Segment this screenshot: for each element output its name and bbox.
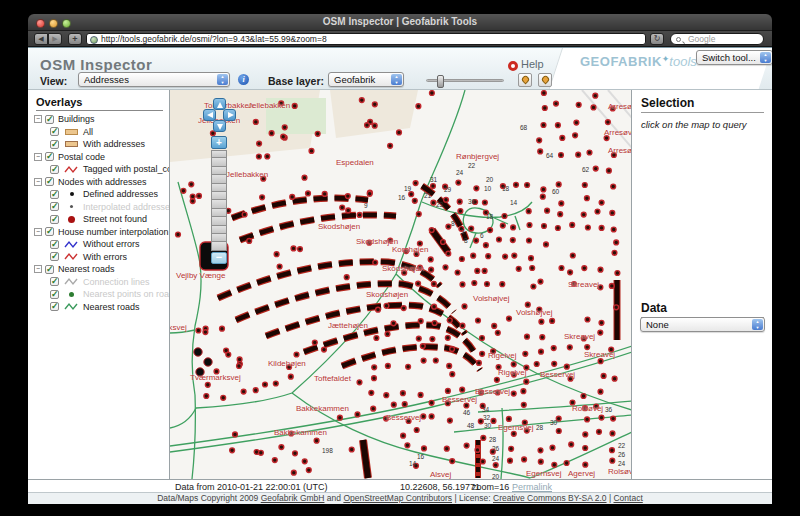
- address-dot[interactable]: [612, 250, 617, 255]
- address-dot[interactable]: [522, 457, 527, 462]
- address-dot[interactable]: [556, 429, 561, 434]
- address-dot[interactable]: [345, 194, 350, 199]
- layer-checkbox[interactable]: [50, 252, 59, 261]
- opacity-slider-handle[interactable]: [437, 75, 444, 88]
- address-dot[interactable]: [372, 102, 377, 107]
- address-dot[interactable]: [385, 332, 390, 337]
- switch-tool-select[interactable]: Switch tool...▲▼: [696, 50, 772, 65]
- layer-checkbox[interactable]: [50, 140, 59, 149]
- address-dot[interactable]: [372, 365, 377, 370]
- address-dot[interactable]: [560, 136, 565, 141]
- address-dot[interactable]: [482, 269, 487, 274]
- address-dot[interactable]: [500, 223, 505, 228]
- address-dot[interactable]: [269, 131, 274, 136]
- marker-tool-button-1[interactable]: [518, 73, 532, 87]
- address-dot[interactable]: [564, 364, 569, 369]
- address-dot[interactable]: [529, 256, 534, 261]
- address-dot[interactable]: [302, 459, 307, 464]
- address-dot[interactable]: [598, 330, 603, 335]
- address-dot[interactable]: [441, 240, 446, 245]
- zoom-slider-tick[interactable]: [211, 217, 227, 225]
- address-dot[interactable]: [474, 238, 479, 243]
- collapse-icon[interactable]: −: [34, 115, 42, 123]
- address-dot[interactable]: [611, 227, 616, 232]
- address-dot[interactable]: [322, 347, 327, 352]
- address-dot[interactable]: [585, 317, 590, 322]
- address-dot[interactable]: [537, 138, 542, 143]
- address-dot[interactable]: [507, 316, 512, 321]
- address-dot[interactable]: [599, 226, 604, 231]
- address-dot[interactable]: [416, 104, 421, 109]
- address-dot[interactable]: [510, 238, 515, 243]
- address-dot[interactable]: [612, 376, 617, 381]
- address-dot[interactable]: [402, 402, 407, 407]
- address-dot[interactable]: [599, 415, 604, 420]
- zoom-slider-tick[interactable]: [211, 242, 227, 250]
- layer-checkbox[interactable]: [50, 277, 59, 286]
- address-dot[interactable]: [272, 458, 277, 463]
- address-dot[interactable]: [460, 323, 465, 328]
- address-dot[interactable]: [480, 459, 485, 464]
- address-dot[interactable]: [554, 101, 559, 106]
- layer-checkbox[interactable]: [45, 152, 54, 161]
- address-dot[interactable]: [233, 432, 238, 437]
- address-dot[interactable]: [483, 200, 488, 205]
- address-dot[interactable]: [511, 391, 516, 396]
- address-dot[interactable]: [372, 123, 377, 128]
- address-dot[interactable]: [525, 302, 530, 307]
- address-dot[interactable]: [421, 358, 426, 363]
- address-dot[interactable]: [484, 243, 489, 248]
- address-dot[interactable]: [355, 412, 360, 417]
- zoom-in-button[interactable]: +: [211, 136, 227, 149]
- address-dot[interactable]: [511, 431, 516, 436]
- address-dot[interactable]: [428, 257, 433, 262]
- address-dot[interactable]: [340, 205, 345, 210]
- address-dot[interactable]: [294, 352, 299, 357]
- address-dot[interactable]: [476, 318, 481, 323]
- address-dot[interactable]: [196, 328, 201, 333]
- address-dot[interactable]: [538, 448, 543, 453]
- address-dot[interactable]: [591, 105, 596, 110]
- zoom-slider-tick[interactable]: [211, 150, 227, 158]
- address-dot[interactable]: [503, 254, 508, 259]
- address-dot[interactable]: [373, 260, 378, 265]
- address-dot[interactable]: [432, 321, 437, 326]
- address-dot[interactable]: [593, 93, 598, 98]
- address-dot[interactable]: [259, 450, 264, 455]
- address-dot[interactable]: [475, 269, 480, 274]
- zoom-slider-tick[interactable]: [211, 192, 227, 200]
- address-dot[interactable]: [475, 448, 480, 453]
- address-dot[interactable]: [488, 228, 493, 233]
- address-dot[interactable]: [431, 184, 436, 189]
- back-button[interactable]: ◀: [34, 33, 48, 45]
- address-dot[interactable]: [601, 374, 606, 379]
- address-dot[interactable]: [430, 91, 435, 96]
- address-dot[interactable]: [391, 321, 396, 326]
- address-dot[interactable]: [538, 149, 543, 154]
- address-dot[interactable]: [293, 451, 298, 456]
- address-dot[interactable]: [273, 381, 278, 386]
- address-dot[interactable]: [582, 183, 587, 188]
- address-dot[interactable]: [430, 337, 435, 342]
- address-dot[interactable]: [539, 319, 544, 324]
- address-dot[interactable]: [247, 239, 252, 244]
- map-canvas[interactable]: TokkerbakkenJellebakkenJellebakkenJelleb…: [170, 90, 632, 479]
- address-dot[interactable]: [544, 242, 549, 247]
- layer-checkbox[interactable]: [50, 190, 59, 199]
- address-dot[interactable]: [559, 153, 564, 158]
- address-dot[interactable]: [237, 364, 242, 369]
- address-dot[interactable]: [204, 394, 209, 399]
- address-dot[interactable]: [598, 267, 603, 272]
- layer-checkbox[interactable]: [45, 227, 54, 236]
- address-dot[interactable]: [511, 362, 516, 367]
- address-dot[interactable]: [372, 376, 377, 381]
- address-dot[interactable]: [559, 266, 564, 271]
- address-dot-large[interactable]: [194, 348, 202, 356]
- address-dot[interactable]: [583, 462, 588, 467]
- address-dot[interactable]: [593, 166, 598, 171]
- address-dot[interactable]: [306, 468, 311, 473]
- address-dot[interactable]: [552, 462, 557, 467]
- collapse-icon[interactable]: −: [34, 153, 42, 161]
- help-link[interactable]: Help: [508, 58, 544, 71]
- address-dot[interactable]: [346, 208, 351, 213]
